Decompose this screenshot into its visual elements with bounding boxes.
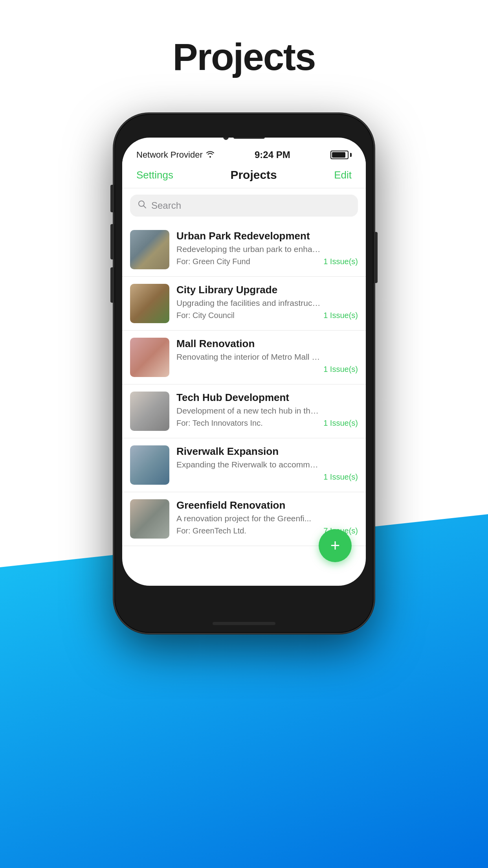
project-for: For: Tech Innovators Inc. <box>176 419 263 428</box>
project-issues: 1 Issue(s) <box>323 311 358 320</box>
project-description: Expanding the Riverwalk to accommodate m… <box>176 460 322 469</box>
project-for: For: Green City Fund <box>176 257 250 266</box>
project-meta: 1 Issue(s) <box>176 473 358 482</box>
project-info: Tech Hub Development Development of a ne… <box>176 392 358 428</box>
project-meta: For: Tech Innovators Inc. 1 Issue(s) <box>176 419 358 428</box>
project-issues: 1 Issue(s) <box>323 473 358 482</box>
project-issues: 1 Issue(s) <box>323 419 358 428</box>
battery-fill <box>332 152 345 158</box>
project-name: City Library Upgrade <box>176 284 358 296</box>
battery-indicator <box>330 151 352 159</box>
list-item[interactable]: Riverwalk Expansion Expanding the Riverw… <box>122 438 366 492</box>
project-info: Urban Park Redevelopment Redeveloping th… <box>176 230 358 266</box>
project-name: Greenfield Renovation <box>176 499 358 511</box>
project-thumbnail <box>130 338 169 377</box>
add-project-button[interactable]: + <box>319 529 352 562</box>
phone-screen: Network Provider 9:24 PM Settings <box>122 138 366 586</box>
search-container: Search <box>122 188 366 223</box>
search-bar[interactable]: Search <box>130 195 358 217</box>
volume-down-button <box>110 267 114 303</box>
notch-area <box>122 138 366 140</box>
svg-line-1 <box>144 206 146 208</box>
project-name: Riverwalk Expansion <box>176 445 358 458</box>
project-description: Development of a new tech hub in the tec… <box>176 406 322 416</box>
project-thumbnail <box>130 230 169 269</box>
project-name: Mall Renovation <box>176 338 358 350</box>
volume-up-button <box>110 224 114 259</box>
status-bar: Network Provider 9:24 PM <box>122 142 366 164</box>
list-item[interactable]: Mall Renovation Renovating the interior … <box>122 331 366 384</box>
project-description: A renovation project for the Greenfi... <box>176 514 322 523</box>
project-for: For: City Council <box>176 311 235 320</box>
project-name: Tech Hub Development <box>176 392 358 404</box>
list-item[interactable]: Tech Hub Development Development of a ne… <box>122 384 366 438</box>
status-time: 9:24 PM <box>255 149 290 160</box>
navigation-bar: Settings Projects Edit <box>122 164 366 188</box>
project-name: Urban Park Redevelopment <box>176 230 358 242</box>
nav-title: Projects <box>230 168 277 182</box>
project-info: City Library Upgrade Upgrading the facil… <box>176 284 358 320</box>
list-item[interactable]: City Library Upgrade Upgrading the facil… <box>122 277 366 331</box>
phone-frame: Network Provider 9:24 PM Settings <box>114 114 374 633</box>
project-thumbnail <box>130 499 169 539</box>
project-description: Redeveloping the urban park to enhance g… <box>176 245 322 254</box>
project-issues: 1 Issue(s) <box>323 257 358 266</box>
project-description: Renovating the interior of Metro Mall fo… <box>176 352 322 362</box>
plus-icon: + <box>330 537 340 554</box>
project-thumbnail <box>130 445 169 485</box>
mute-button <box>110 185 114 212</box>
project-meta: For: Green City Fund 1 Issue(s) <box>176 257 358 266</box>
list-item[interactable]: Urban Park Redevelopment Redeveloping th… <box>122 223 366 277</box>
project-meta: For: City Council 1 Issue(s) <box>176 311 358 320</box>
project-for: For: GreenTech Ltd. <box>176 526 246 535</box>
power-button <box>374 232 378 283</box>
notch-inner <box>223 138 265 140</box>
wifi-icon <box>206 151 215 160</box>
project-info: Mall Renovation Renovating the interior … <box>176 338 358 374</box>
battery-tip <box>350 153 352 157</box>
search-placeholder: Search <box>151 200 181 211</box>
front-camera <box>223 138 229 140</box>
project-thumbnail <box>130 284 169 323</box>
home-indicator[interactable] <box>213 622 275 625</box>
page-title: Projects <box>0 35 488 79</box>
search-icon <box>138 200 147 211</box>
project-info: Riverwalk Expansion Expanding the Riverw… <box>176 445 358 482</box>
carrier-info: Network Provider <box>136 150 215 160</box>
edit-button[interactable]: Edit <box>334 169 352 181</box>
project-thumbnail <box>130 392 169 431</box>
project-list: Urban Park Redevelopment Redeveloping th… <box>122 223 366 546</box>
carrier-name: Network Provider <box>136 150 203 160</box>
project-meta: 1 Issue(s) <box>176 365 358 374</box>
project-description: Upgrading the facilities and infrastruct… <box>176 298 322 308</box>
project-issues: 1 Issue(s) <box>323 365 358 374</box>
settings-button[interactable]: Settings <box>136 169 173 181</box>
earpiece-speaker <box>233 138 265 139</box>
